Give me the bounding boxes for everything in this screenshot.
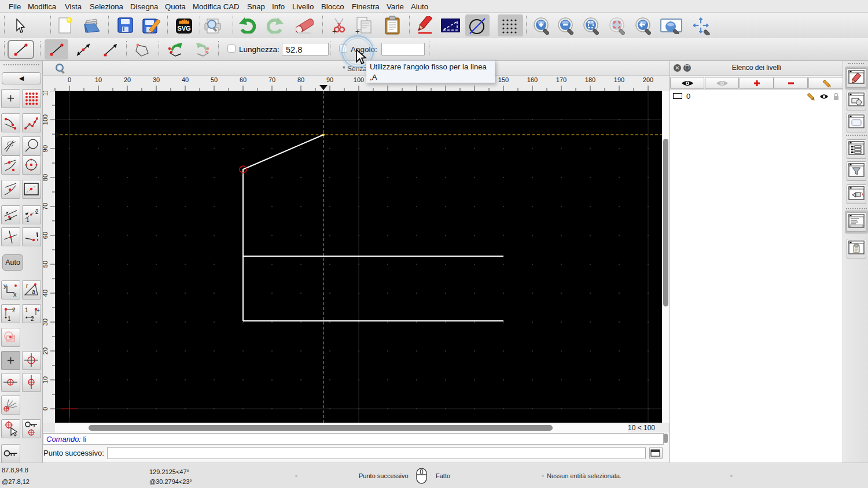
svg-text:2: 2	[35, 209, 39, 215]
svg-text:r: r	[26, 283, 28, 289]
svg-text:30: 30	[43, 319, 49, 326]
svg-text:40: 40	[43, 290, 49, 297]
svg-text:10: 10	[95, 76, 102, 83]
svg-text:90: 90	[326, 76, 333, 83]
svg-text:20: 20	[43, 347, 49, 354]
svg-text:90: 90	[43, 145, 49, 152]
svg-text:160: 160	[527, 76, 538, 83]
svg-text:2: 2	[31, 316, 34, 322]
svg-text:1: 1	[8, 316, 11, 322]
svg-text:100: 100	[354, 76, 364, 83]
svg-text:40: 40	[182, 76, 189, 83]
svg-text:70: 70	[43, 203, 49, 210]
svg-text:200: 200	[643, 76, 653, 83]
svg-text:190: 190	[614, 76, 624, 83]
svg-text:0: 0	[43, 407, 49, 411]
svg-text:70: 70	[269, 76, 275, 83]
svg-text:0: 0	[68, 76, 71, 83]
svg-text:1: 1	[26, 217, 30, 223]
svg-text:80: 80	[297, 76, 304, 83]
svg-text:170: 170	[556, 76, 567, 83]
svg-text:60: 60	[240, 76, 247, 83]
svg-text:SVG: SVG	[177, 25, 190, 32]
svg-text:y: y	[3, 282, 7, 289]
svg-text:20: 20	[124, 76, 131, 83]
svg-text:10: 10	[43, 376, 49, 383]
svg-text:80: 80	[43, 174, 49, 181]
svg-text:30: 30	[153, 76, 160, 83]
svg-text:50: 50	[43, 261, 49, 268]
svg-text:+: +	[332, 27, 337, 35]
svg-text:50: 50	[211, 76, 218, 83]
svg-text:60: 60	[43, 232, 49, 239]
svg-text:150: 150	[498, 76, 509, 83]
svg-text:110: 110	[43, 91, 49, 96]
svg-text:+: +	[36, 307, 40, 313]
svg-text:a: a	[32, 289, 35, 295]
svg-text:100: 100	[43, 114, 49, 125]
svg-text:x: x	[13, 291, 17, 298]
svg-text:1: 1	[25, 307, 28, 313]
svg-text:2: 2	[12, 307, 16, 313]
svg-text:180: 180	[585, 76, 595, 83]
